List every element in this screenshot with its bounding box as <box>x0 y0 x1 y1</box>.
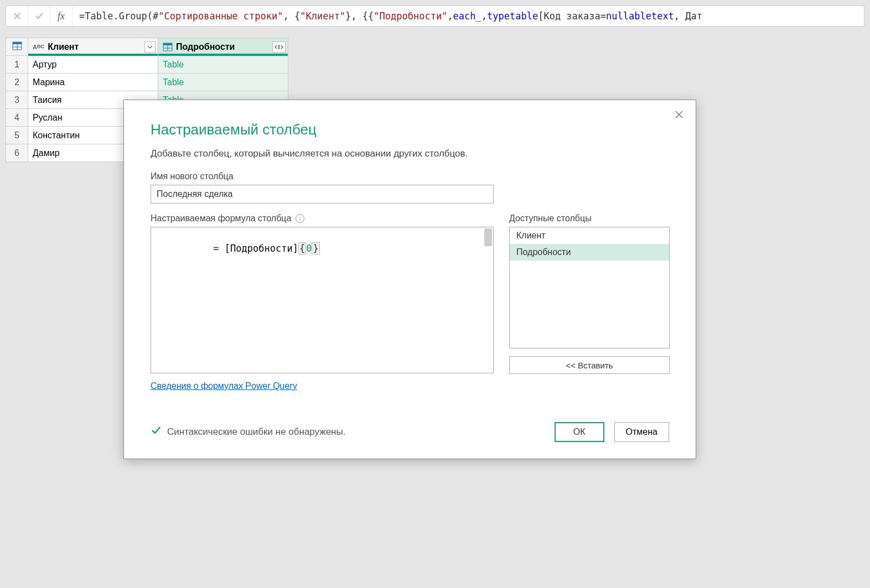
available-item-client[interactable]: Клиент <box>510 227 669 244</box>
tok-bracket: ] <box>293 243 298 254</box>
row-number: 2 <box>6 74 28 91</box>
formula-fn: Table.Group <box>85 11 147 22</box>
row-number: 6 <box>6 144 28 162</box>
expand-icon <box>275 44 283 50</box>
confirm-formula-button[interactable] <box>28 6 50 26</box>
formula-table: table <box>510 11 538 22</box>
formula-open: (# <box>147 11 158 22</box>
formula-text[interactable]: = Table.Group (# "Сортированные строки" … <box>72 6 864 26</box>
close-icon <box>674 110 684 119</box>
formula-arg3: "Подробности" <box>374 11 447 22</box>
formula-sep3: , <box>447 11 453 22</box>
text-type-icon: ABC <box>33 44 44 50</box>
fx-button[interactable]: fx <box>50 6 72 26</box>
table-type-icon <box>163 43 173 51</box>
cell-client[interactable]: Артур <box>28 56 158 74</box>
table-icon <box>12 41 22 50</box>
formula-type: type <box>487 11 510 22</box>
row-number: 1 <box>6 56 28 74</box>
x-icon <box>13 12 22 20</box>
tok-eq: = <box>213 243 224 254</box>
tok-brace: } <box>312 242 319 254</box>
formula-sep2: }, {{ <box>345 11 374 22</box>
formula-sep1: , { <box>283 11 301 22</box>
formula-arg2: "Клиент" <box>300 11 345 22</box>
table-row[interactable]: 1 Артур Table <box>6 56 288 74</box>
formula-label-text: Настраиваемая формула столбца <box>151 214 291 223</box>
row-number: 5 <box>6 127 28 144</box>
column-details-label: Подробности <box>176 42 235 52</box>
check-icon <box>34 11 44 21</box>
column-client-label: Клиент <box>48 42 79 52</box>
tok-bracket: [ <box>225 243 230 254</box>
tok-field: Подробности <box>230 243 293 254</box>
formula-sep5: [Код заказа= <box>538 11 606 22</box>
cell-client[interactable]: Марина <box>28 74 158 91</box>
status-check-icon <box>151 425 162 439</box>
column-header-client[interactable]: ABC Клиент <box>28 38 158 56</box>
tok-brace: { <box>298 242 306 254</box>
formula-texttype: text <box>651 11 674 22</box>
formula-tail: , Дат <box>674 11 702 22</box>
column-name-label: Имя нового столбца <box>151 171 669 181</box>
available-columns-label: Доступные столбцы <box>509 214 670 223</box>
table-row[interactable]: 2 Марина Table <box>6 74 288 91</box>
ok-button[interactable]: ОК <box>555 422 604 442</box>
fx-icon: fx <box>58 11 65 22</box>
row-number: 3 <box>6 91 28 109</box>
formula-arg1: "Сортированные строки" <box>158 11 283 22</box>
column-filter-button[interactable] <box>144 41 156 53</box>
insert-button[interactable]: << Вставить <box>509 356 670 374</box>
status-text: Синтаксические ошибки не обнаружены. <box>167 426 345 438</box>
formula-editor[interactable]: = [Подробности]{0} <box>151 227 494 373</box>
formula-each: each <box>453 11 476 22</box>
formula-nullable: nullable <box>606 11 651 22</box>
cancel-formula-button[interactable] <box>6 6 28 26</box>
expand-column-button[interactable] <box>272 41 286 53</box>
cell-details[interactable]: Table <box>158 74 288 91</box>
cancel-button[interactable]: Отмена <box>614 422 669 442</box>
close-button[interactable] <box>671 107 687 122</box>
cell-details[interactable]: Table <box>158 56 288 74</box>
column-header-details[interactable]: Подробности <box>158 38 288 56</box>
tok-num: 0 <box>306 243 312 254</box>
chevron-down-icon <box>147 45 153 49</box>
column-name-input[interactable] <box>151 185 494 204</box>
dialog-subtitle: Добавьте столбец, который вычисляется на… <box>151 148 669 159</box>
custom-column-dialog: Настраиваемый столбец Добавьте столбец, … <box>123 100 696 459</box>
available-columns-list[interactable]: Клиент Подробности <box>509 227 670 348</box>
table-corner[interactable] <box>6 38 28 56</box>
info-icon[interactable]: i <box>296 214 304 223</box>
available-item-details[interactable]: Подробности <box>510 244 669 261</box>
formula-sep4: _, <box>476 11 487 22</box>
scrollbar[interactable] <box>484 228 492 246</box>
formula-eq: = <box>79 11 85 22</box>
row-number: 4 <box>6 109 28 127</box>
dialog-title: Настраиваемый столбец <box>151 121 669 138</box>
formula-label: Настраиваемая формула столбца i <box>151 214 494 223</box>
formula-bar: fx = Table.Group (# "Сортированные строк… <box>6 6 864 27</box>
help-link[interactable]: Сведения о формулах Power Query <box>151 381 297 391</box>
